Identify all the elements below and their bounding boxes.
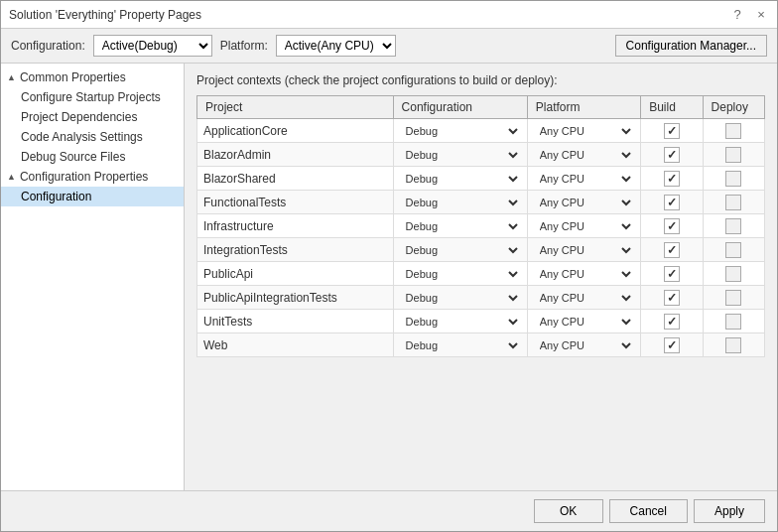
footer: OK Cancel Apply [1, 490, 777, 531]
title-bar-controls: ? × [729, 7, 769, 22]
deploy-checkbox[interactable] [725, 123, 741, 139]
platform-cell-select[interactable]: Any CPU [534, 195, 634, 210]
deploy-checkbox[interactable] [725, 337, 741, 353]
sidebar: ▲ Common Properties Configure Startup Pr… [1, 64, 185, 490]
config-cell[interactable]: Debug [393, 333, 527, 357]
build-checkbox[interactable] [664, 337, 680, 353]
sidebar-item-configuration[interactable]: Configuration [1, 187, 184, 206]
platform-cell-select[interactable]: Any CPU [534, 147, 634, 163]
window-title: Solution 'Everything' Property Pages [9, 8, 201, 22]
deploy-checkbox[interactable] [725, 242, 741, 258]
build-checkbox[interactable] [664, 147, 680, 163]
config-cell[interactable]: Debug [393, 286, 527, 310]
config-cell[interactable]: Debug [393, 310, 527, 333]
build-checkbox[interactable] [664, 242, 680, 258]
config-cell-select[interactable]: Debug [400, 337, 521, 353]
config-cell-select[interactable]: Debug [400, 195, 521, 210]
platform-cell[interactable]: Any CPU [527, 143, 640, 167]
config-cell[interactable]: Debug [393, 191, 527, 214]
project-name-cell: ApplicationCore [197, 119, 394, 143]
platform-cell[interactable]: Any CPU [527, 262, 640, 286]
help-button[interactable]: ? [729, 7, 745, 22]
build-checkbox[interactable] [664, 218, 680, 234]
platform-cell-select[interactable]: Any CPU [534, 242, 634, 258]
project-name-cell: Infrastructure [197, 214, 394, 238]
platform-cell[interactable]: Any CPU [527, 119, 640, 143]
table-row: BlazorSharedDebugAny CPU [197, 167, 765, 191]
platform-cell-select[interactable]: Any CPU [534, 337, 634, 353]
config-cell-select[interactable]: Debug [400, 147, 521, 163]
build-checkbox[interactable] [664, 314, 680, 330]
platform-cell[interactable]: Any CPU [527, 191, 640, 214]
config-cell[interactable]: Debug [393, 238, 527, 262]
table-row: InfrastructureDebugAny CPU [197, 214, 765, 238]
deploy-checkbox[interactable] [725, 266, 741, 282]
build-cell [641, 238, 703, 262]
table-row: UnitTestsDebugAny CPU [197, 310, 765, 333]
config-cell-select[interactable]: Debug [400, 266, 521, 282]
platform-cell[interactable]: Any CPU [527, 333, 640, 357]
sidebar-item-code-analysis[interactable]: Code Analysis Settings [1, 127, 184, 147]
config-cell-select[interactable]: Debug [400, 171, 521, 187]
platform-cell-select[interactable]: Any CPU [534, 218, 634, 234]
config-cell[interactable]: Debug [393, 143, 527, 167]
deploy-cell [703, 262, 764, 286]
deploy-checkbox[interactable] [725, 147, 741, 163]
platform-cell[interactable]: Any CPU [527, 238, 640, 262]
platform-cell-select[interactable]: Any CPU [534, 314, 634, 330]
sidebar-item-debug-source[interactable]: Debug Source Files [1, 147, 184, 167]
build-cell [641, 119, 703, 143]
sidebar-section-config-properties[interactable]: ▲ Configuration Properties [1, 167, 184, 187]
deploy-checkbox[interactable] [725, 314, 741, 330]
deploy-checkbox[interactable] [725, 290, 741, 306]
config-cell[interactable]: Debug [393, 119, 527, 143]
config-cell[interactable]: Debug [393, 262, 527, 286]
build-checkbox[interactable] [664, 123, 680, 139]
config-cell-select[interactable]: Debug [400, 242, 521, 258]
sidebar-section-common-properties[interactable]: ▲ Common Properties [1, 67, 184, 87]
config-label: Configuration: [11, 39, 85, 53]
deploy-checkbox[interactable] [725, 218, 741, 234]
col-header-deploy: Deploy [703, 96, 764, 119]
cancel-button[interactable]: Cancel [609, 499, 688, 523]
config-cell[interactable]: Debug [393, 214, 527, 238]
build-checkbox[interactable] [664, 266, 680, 282]
platform-select[interactable]: Active(Any CPU) [276, 35, 396, 57]
platform-cell[interactable]: Any CPU [527, 167, 640, 191]
config-cell-select[interactable]: Debug [400, 290, 521, 306]
close-button[interactable]: × [753, 7, 769, 22]
deploy-checkbox[interactable] [725, 195, 741, 210]
build-cell [641, 333, 703, 357]
config-cell-select[interactable]: Debug [400, 123, 521, 139]
table-row: IntegrationTestsDebugAny CPU [197, 238, 765, 262]
ok-button[interactable]: OK [534, 499, 603, 523]
table-row: ApplicationCoreDebugAny CPU [197, 119, 765, 143]
configuration-manager-button[interactable]: Configuration Manager... [615, 35, 767, 57]
platform-cell-select[interactable]: Any CPU [534, 171, 634, 187]
platform-cell-select[interactable]: Any CPU [534, 123, 634, 139]
col-header-platform: Platform [527, 96, 640, 119]
config-cell-select[interactable]: Debug [400, 314, 521, 330]
project-name-cell: Web [197, 333, 394, 357]
platform-cell[interactable]: Any CPU [527, 214, 640, 238]
configuration-select[interactable]: Active(Debug) [93, 35, 212, 57]
apply-button[interactable]: Apply [694, 499, 765, 523]
build-checkbox[interactable] [664, 195, 680, 210]
build-cell [641, 167, 703, 191]
config-cell-select[interactable]: Debug [400, 218, 521, 234]
expand-icon-2: ▲ [7, 172, 16, 182]
sidebar-section-label-2: Configuration Properties [20, 170, 148, 184]
deploy-checkbox[interactable] [725, 171, 741, 187]
sidebar-item-project-dependencies[interactable]: Project Dependencies [1, 107, 184, 127]
build-cell [641, 143, 703, 167]
build-checkbox[interactable] [664, 290, 680, 306]
table-row: WebDebugAny CPU [197, 333, 765, 357]
platform-cell[interactable]: Any CPU [527, 286, 640, 310]
platform-cell-select[interactable]: Any CPU [534, 266, 634, 282]
deploy-cell [703, 333, 764, 357]
build-checkbox[interactable] [664, 171, 680, 187]
platform-cell-select[interactable]: Any CPU [534, 290, 634, 306]
sidebar-item-configure-startup[interactable]: Configure Startup Projects [1, 87, 184, 107]
platform-cell[interactable]: Any CPU [527, 310, 640, 333]
config-cell[interactable]: Debug [393, 167, 527, 191]
